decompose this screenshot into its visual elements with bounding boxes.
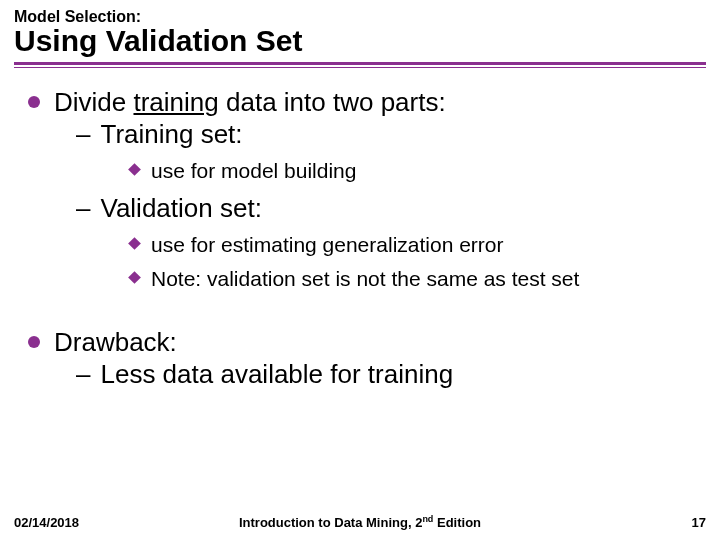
- bullet-level1: Drawback:: [20, 326, 700, 358]
- diamond-icon: [128, 237, 141, 250]
- bullet-text: Note: validation set is not the same as …: [151, 266, 579, 292]
- slide-title: Using Validation Set: [14, 24, 706, 58]
- bullet-level2: – Validation set:: [20, 192, 700, 224]
- bullet-text: Training set:: [100, 118, 242, 150]
- bullet-text: Less data available for training: [100, 358, 453, 390]
- footer-center: Introduction to Data Mining, 2nd Edition: [14, 514, 706, 530]
- bullet-level2: – Less data available for training: [20, 358, 700, 390]
- text-fragment: Divide: [54, 87, 133, 117]
- bullet-level3: use for model building: [20, 158, 700, 184]
- bullet-text: Divide training data into two parts:: [54, 86, 446, 118]
- dash-icon: –: [76, 358, 90, 390]
- title-rule-thick: [14, 62, 706, 65]
- dash-icon: –: [76, 192, 90, 224]
- bullet-text: use for model building: [151, 158, 356, 184]
- text-fragment: Edition: [433, 515, 481, 530]
- dash-icon: –: [76, 118, 90, 150]
- slide-body: Divide training data into two parts: – T…: [14, 68, 706, 390]
- bullet-text: Drawback:: [54, 326, 177, 358]
- text-superscript: nd: [422, 514, 433, 524]
- footer: 02/14/2018 Introduction to Data Mining, …: [14, 515, 706, 530]
- diamond-icon: [128, 163, 141, 176]
- bullet-level1: Divide training data into two parts:: [20, 86, 700, 118]
- bullet-text: use for estimating generalization error: [151, 232, 504, 258]
- bullet-level3: use for estimating generalization error: [20, 232, 700, 258]
- bullet-level2: – Training set:: [20, 118, 700, 150]
- text-underlined: training: [133, 87, 218, 117]
- text-fragment: Introduction to Data Mining, 2: [239, 515, 422, 530]
- bullet-level3: Note: validation set is not the same as …: [20, 266, 700, 292]
- bullet-text: Validation set:: [100, 192, 261, 224]
- slide: Model Selection: Using Validation Set Di…: [0, 0, 720, 540]
- disc-icon: [28, 96, 40, 108]
- diamond-icon: [128, 271, 141, 284]
- text-fragment: data into two parts:: [219, 87, 446, 117]
- disc-icon: [28, 336, 40, 348]
